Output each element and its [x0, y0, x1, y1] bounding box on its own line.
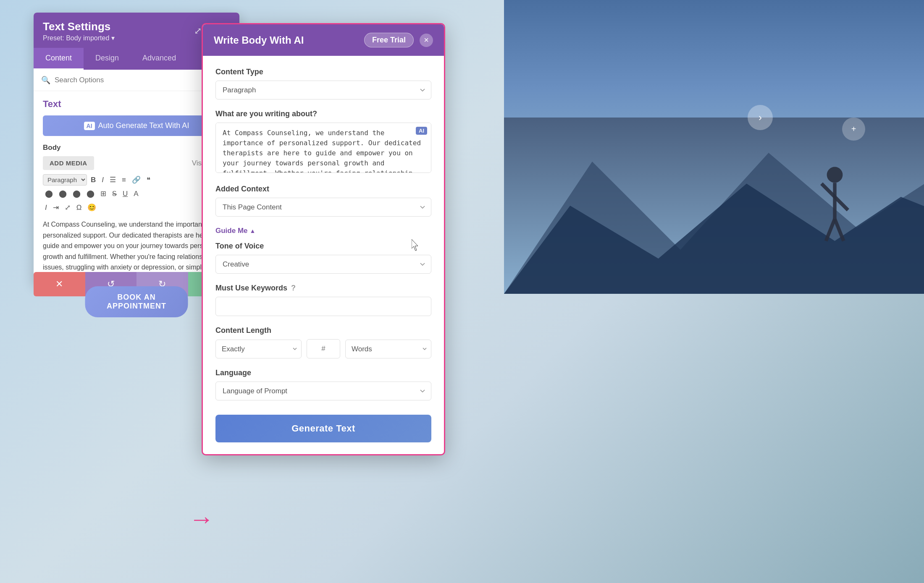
- content-type-label: Content Type: [215, 68, 431, 76]
- tab-design[interactable]: Design: [84, 48, 131, 70]
- ordered-list-button[interactable]: ≡: [120, 175, 128, 186]
- maximize-icon[interactable]: ⤢: [194, 26, 202, 37]
- text-color-button[interactable]: A: [131, 188, 140, 199]
- keywords-input[interactable]: [215, 297, 431, 316]
- sidebar-title: Text Settings: [43, 20, 115, 33]
- emoji-button[interactable]: 😊: [85, 202, 98, 213]
- language-group: Language Language of Prompt English Span…: [215, 369, 431, 400]
- tone-label: Tone of Voice: [215, 242, 431, 251]
- indent-button[interactable]: ⇥: [51, 202, 61, 213]
- section-title: Text: [43, 99, 61, 110]
- keywords-label: Must Use Keywords ?: [215, 284, 431, 293]
- italic-button[interactable]: I: [100, 175, 106, 186]
- fullscreen-button[interactable]: ⤢: [63, 202, 73, 213]
- writing-about-label: What are you writing about?: [215, 110, 431, 118]
- modal-body: Content Type Paragraph List Heading What…: [203, 56, 444, 454]
- guide-me-arrow-icon: ▲: [250, 227, 256, 234]
- writing-about-textarea[interactable]: At Compass Counseling, we understand the…: [215, 123, 431, 173]
- guide-me-label: Guide Me: [215, 227, 248, 235]
- ai-badge-corner: AI: [416, 127, 427, 135]
- search-icon: 🔍: [41, 76, 50, 85]
- keywords-label-text: Must Use Keywords: [215, 284, 287, 292]
- words-select[interactable]: Words Sentences Paragraphs: [345, 340, 431, 358]
- number-input[interactable]: [307, 339, 340, 358]
- search-input[interactable]: [55, 76, 207, 84]
- table-button[interactable]: ⊞: [98, 188, 108, 199]
- justify-button[interactable]: ⬤: [84, 188, 97, 199]
- special-char-button[interactable]: Ω: [74, 202, 84, 213]
- tone-select[interactable]: Creative Professional Casual Formal: [215, 255, 431, 274]
- cancel-icon: ✕: [55, 279, 63, 290]
- book-appointment-label: BOOK AN APPOINTMENT: [107, 293, 166, 310]
- ai-modal: Write Body With AI Free Trial × Content …: [202, 23, 445, 455]
- ai-generate-label: Auto Generate Text With AI: [98, 121, 189, 130]
- generate-text-button[interactable]: Generate Text: [215, 415, 431, 442]
- align-right-button[interactable]: ⬤: [71, 188, 83, 199]
- underline-button[interactable]: U: [121, 188, 130, 199]
- modal-title: Write Body With AI: [214, 34, 304, 46]
- ai-badge: AI: [84, 122, 95, 130]
- background-image: › +: [504, 0, 924, 294]
- modal-close-button[interactable]: ×: [420, 34, 433, 47]
- italic2-button[interactable]: I: [43, 202, 49, 213]
- keywords-group: Must Use Keywords ?: [215, 284, 431, 316]
- circle-button-1[interactable]: ›: [748, 105, 773, 130]
- free-trial-badge: Free Trial: [364, 33, 414, 47]
- language-label: Language: [215, 369, 431, 377]
- paragraph-select[interactable]: Paragraph: [43, 174, 87, 186]
- align-center-button[interactable]: ⬤: [57, 188, 69, 199]
- content-type-group: Content Type Paragraph List Heading: [215, 68, 431, 99]
- unordered-list-button[interactable]: ☰: [108, 174, 118, 186]
- content-length-label: Content Length: [215, 326, 431, 335]
- svg-point-3: [827, 167, 843, 183]
- sidebar-subtitle: Preset: Body imported ▾: [43, 34, 115, 42]
- editor-text: At Compass Counseling, we understand the…: [43, 221, 217, 271]
- content-type-select[interactable]: Paragraph List Heading: [215, 81, 431, 99]
- book-appointment-button[interactable]: BOOK AN APPOINTMENT: [85, 286, 188, 317]
- cancel-button[interactable]: ✕: [34, 272, 85, 296]
- exactly-select[interactable]: Exactly At least At most: [215, 340, 302, 358]
- textarea-wrapper: At Compass Counseling, we understand the…: [215, 123, 431, 175]
- added-context-label: Added Context: [215, 185, 431, 193]
- circle-button-2[interactable]: +: [842, 118, 865, 141]
- content-length-row: Exactly At least At most Words Sentences…: [215, 339, 431, 358]
- modal-header: Write Body With AI Free Trial ×: [203, 24, 444, 56]
- content-length-group: Content Length Exactly At least At most …: [215, 326, 431, 358]
- tone-group: Tone of Voice Creative Professional Casu…: [215, 242, 431, 274]
- added-context-select[interactable]: This Page Content None Custom: [215, 198, 431, 217]
- language-select[interactable]: Language of Prompt English Spanish Frenc…: [215, 382, 431, 400]
- generate-text-label: Generate Text: [291, 423, 355, 434]
- sidebar-title-area: Text Settings Preset: Body imported ▾: [43, 20, 115, 42]
- pink-arrow: →: [189, 505, 214, 533]
- help-icon[interactable]: ?: [291, 284, 296, 292]
- modal-header-right: Free Trial ×: [364, 33, 433, 47]
- align-left-button[interactable]: ⬤: [43, 188, 55, 199]
- link-button[interactable]: 🔗: [130, 174, 143, 186]
- tab-advanced[interactable]: Advanced: [131, 48, 188, 70]
- bold-button[interactable]: B: [89, 175, 98, 186]
- strikethrough-button[interactable]: S̶: [110, 188, 119, 199]
- tab-content[interactable]: Content: [34, 48, 84, 70]
- quote-button[interactable]: ❝: [144, 174, 152, 186]
- guide-me-link[interactable]: Guide Me ▲: [215, 227, 431, 235]
- added-context-group: Added Context This Page Content None Cus…: [215, 185, 431, 217]
- writing-about-group: What are you writing about? At Compass C…: [215, 110, 431, 175]
- add-media-button[interactable]: ADD MEDIA: [43, 156, 94, 170]
